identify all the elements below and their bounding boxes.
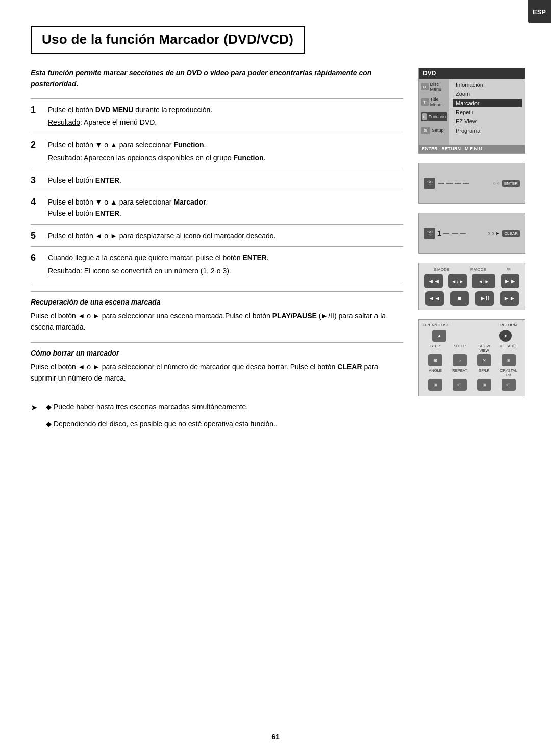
left-column: Esta función permite marcar secciones de… (31, 68, 403, 436)
remote-btn-prev[interactable]: ◄◄ (425, 291, 444, 306)
remote-control-2: OPEN/CLOSE RETURN ▲ ● STEP SLEEP SHOW VI… (418, 319, 525, 396)
step-4: 4 Pulse el botón ▼ o ▲ para seleccionar … (31, 191, 403, 224)
marker-bar-empty: 🎬 ○ ○ ENTER (418, 163, 525, 204)
remote-btn-stop[interactable]: ■ (450, 291, 469, 306)
dvd-menu-screenshot: DVD D Disc Menu T Title Menu F (418, 68, 525, 154)
step-num-2: 2 (31, 139, 41, 164)
step-num-4: 4 (31, 196, 41, 219)
remote-btn-center[interactable]: ◄|► (472, 274, 495, 288)
dvd-menu-header: DVD (419, 68, 525, 79)
remote2-btn-sleep[interactable]: ○ (453, 354, 467, 366)
remote2-top-row: OPEN/CLOSE RETURN (423, 323, 521, 327)
remote2-btn-step[interactable]: ⊞ (428, 354, 442, 366)
remote-row2: ◄◄ ■ ►II ►► (423, 291, 521, 306)
right-column: DVD D Disc Menu T Title Menu F (418, 68, 525, 436)
step-content-2: Pulse el botón ▼ o ▲ para seleccionar Fu… (48, 139, 403, 164)
notes-section: ➤ ◆ Puede haber hasta tres escenas marca… (31, 396, 403, 431)
marker-dashes-2 (443, 233, 466, 234)
marker-icon-2: 🎬 (424, 228, 435, 239)
remote2-btn-showview[interactable]: ✕ (477, 354, 491, 366)
subsection-recuperacion: Recuperación de una escena marcada Pulse… (31, 291, 403, 333)
remote2-btn-clear[interactable]: ⊟ (502, 354, 516, 366)
step-1: 1 Pulse el botón DVD MENU durante la rep… (31, 98, 403, 134)
page-title: Uso de la función Marcador (DVD/VCD) (42, 32, 293, 47)
page-title-box: Uso de la función Marcador (DVD/VCD) (31, 26, 305, 54)
remote2-btn-crystalpb[interactable]: ⊞ (502, 379, 516, 391)
intro-paragraph: Esta función permite marcar secciones de… (31, 68, 403, 89)
dvd-menu-body: D Disc Menu T Title Menu F Function S (419, 79, 525, 145)
marker-bar-right-2: ○ ○ ► CLEAR (488, 230, 520, 237)
marker-number: 1 (437, 229, 441, 237)
step-content-1: Pulse el botón DVD MENU durante la repro… (48, 104, 403, 129)
dvd-menu-item-title: T Title Menu (421, 97, 447, 107)
subsection-recuperacion-title: Recuperación de una escena marcada (31, 298, 403, 306)
main-layout: Esta función permite marcar secciones de… (31, 68, 525, 436)
note-item-1: ➤ ◆ Puede haber hasta tres escenas marca… (31, 401, 403, 414)
dvd-menu-right-infomacion: Infomación (453, 81, 522, 89)
dvd-menu-right-repetir: Repetir (453, 108, 522, 116)
page-number: 61 (271, 733, 280, 741)
step2-result: Resultado: Aparecen las opciones disponi… (48, 152, 403, 163)
dvd-menu-item-function: F Function (421, 112, 447, 121)
step-num-1: 1 (31, 104, 41, 129)
marker-bar-numbered: 🎬 1 ○ ○ ► CLEAR (418, 213, 525, 254)
dvd-menu-item-setup: S Setup (421, 127, 447, 134)
step-5: 5 Pulse el botón ◄ o ► para desplazarse … (31, 224, 403, 246)
remote-row1: ◄◄ ◄♪► ◄|► ►► (423, 274, 521, 288)
remote2-btn-splp[interactable]: ⊞ (477, 379, 491, 391)
remote-labels-row: S.MODE P.MODE ✉ (423, 267, 521, 272)
subsection-recuperacion-text: Pulse el botón ◄ o ► para seleccionar un… (31, 310, 403, 333)
remote-btn-ffw[interactable]: ►► (501, 274, 519, 288)
remote-btn-play-prev[interactable]: ◄♪► (448, 274, 467, 288)
dvd-menu-footer: ENTER RETURN M E N U (419, 145, 525, 153)
remote2-btn-angle[interactable]: ⊞ (428, 379, 442, 391)
marker-icon-1: 🎬 (424, 178, 435, 189)
note-item-2: ➤ ◆ Dependiendo del disco, es posible qu… (31, 418, 403, 432)
esp-badge: ESP (528, 0, 551, 23)
subsection-borrar-text: Pulse el botón ◄ o ► para seleccionar el… (31, 361, 403, 384)
dvd-menu-left-panel: D Disc Menu T Title Menu F Function S (419, 79, 449, 145)
marker-bar-right-1: ○ ○ ENTER (493, 180, 520, 187)
step-2: 2 Pulse el botón ▼ o ▲ para seleccionar … (31, 134, 403, 169)
step-content-6: Cuando llegue a la escena que quiere mar… (48, 252, 403, 276)
remote2-row3: ⊞ ⊞ ⊞ ⊞ (423, 379, 521, 391)
remote2-btn-return[interactable]: ● (499, 330, 512, 342)
step-num-5: 5 (31, 230, 41, 241)
subsection-borrar: Cómo borrar un marcador Pulse el botón ◄… (31, 342, 403, 384)
dvd-menu-item-disc: D Disc Menu (421, 82, 447, 92)
step-3: 3 Pulse el botón ENTER. (31, 169, 403, 191)
remote-btn-play-pause[interactable]: ►II (475, 291, 494, 306)
dvd-menu-right-programa: Programa (453, 127, 522, 135)
step-content-5: Pulse el botón ◄ o ► para desplazarse al… (48, 230, 403, 241)
dvd-menu-right-ezview: EZ View (453, 117, 522, 125)
remote-control-1: S.MODE P.MODE ✉ ◄◄ ◄♪► ◄|► ►► ◄◄ ■ ►II ►… (418, 263, 525, 310)
remote2-label-row2: ANGLE REPEAT SP/LP CRYSTAL PB (423, 368, 521, 377)
step-num-6: 6 (31, 252, 41, 276)
subsection-borrar-title: Cómo borrar un marcador (31, 349, 403, 357)
dvd-menu-right-marcador: Marcador (453, 99, 522, 107)
remote-btn-rrew[interactable]: ◄◄ (424, 274, 443, 288)
remote-btn-next[interactable]: ►► (500, 291, 519, 306)
step-num-3: 3 (31, 174, 41, 186)
remote2-label-row1: STEP SLEEP SHOW VIEW CLEAR⊟ (423, 344, 521, 353)
remote2-row2: ⊞ ○ ✕ ⊟ (423, 354, 521, 366)
dvd-menu-right-zoom: Zoom (453, 90, 522, 98)
remote2-btn-repeat[interactable]: ⊞ (453, 379, 467, 391)
marker-dashes-1 (438, 183, 469, 184)
note-arrow-icon: ➤ (31, 401, 40, 414)
step-content-3: Pulse el botón ENTER. (48, 174, 403, 186)
steps-list: 1 Pulse el botón DVD MENU durante la rep… (31, 98, 403, 282)
step-6: 6 Cuando llegue a la escena que quiere m… (31, 246, 403, 282)
page-container: ESP Uso de la función Marcador (DVD/VCD)… (0, 0, 551, 756)
dvd-menu-right-panel: Infomación Zoom Marcador Repetir EZ View… (449, 79, 525, 145)
step6-result: Resultado: El icono se convertirá en un … (48, 265, 403, 276)
remote2-row1: ▲ ● (423, 330, 521, 342)
remote2-btn-eject[interactable]: ▲ (432, 330, 446, 342)
step-content-4: Pulse el botón ▼ o ▲ para seleccionar Ma… (48, 196, 403, 219)
step1-result: Resultado: Aparece el menú DVD. (48, 117, 403, 128)
